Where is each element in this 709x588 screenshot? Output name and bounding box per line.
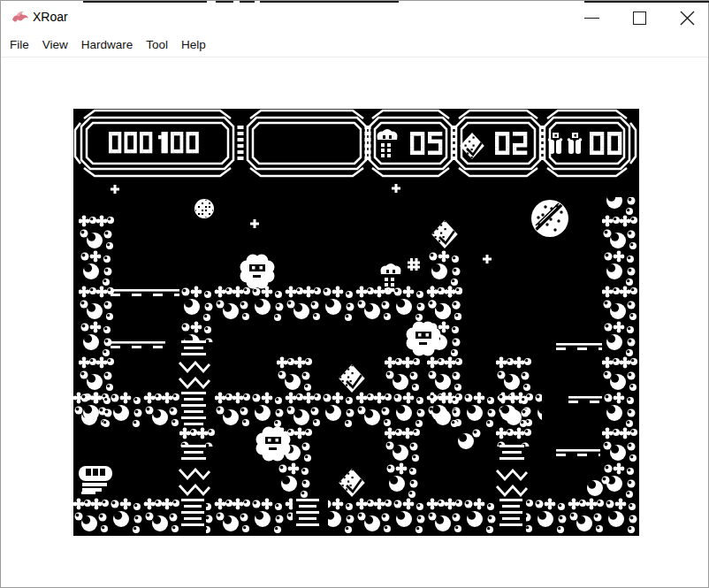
maximize-icon [633, 11, 646, 25]
close-button[interactable] [667, 1, 708, 34]
xroar-dragon-icon [11, 10, 29, 25]
minimize-icon [584, 18, 599, 19]
window-title: XRoar [33, 10, 68, 24]
game-screen[interactable] [73, 109, 639, 536]
menu-item-file[interactable]: File [4, 34, 34, 51]
menu-item-help[interactable]: Help [176, 34, 211, 51]
xroar-window: XRoar FileViewHardwareToolHelp [0, 0, 709, 588]
menu-item-tool[interactable]: Tool [141, 34, 173, 51]
titlebar[interactable]: XRoar [1, 1, 708, 34]
maximize-button[interactable] [620, 1, 660, 34]
close-icon [680, 11, 695, 26]
menu-item-view[interactable]: View [37, 34, 73, 51]
menubar: FileViewHardwareToolHelp [1, 34, 708, 57]
menu-item-hardware[interactable]: Hardware [76, 34, 139, 51]
minimize-button[interactable] [572, 1, 613, 34]
